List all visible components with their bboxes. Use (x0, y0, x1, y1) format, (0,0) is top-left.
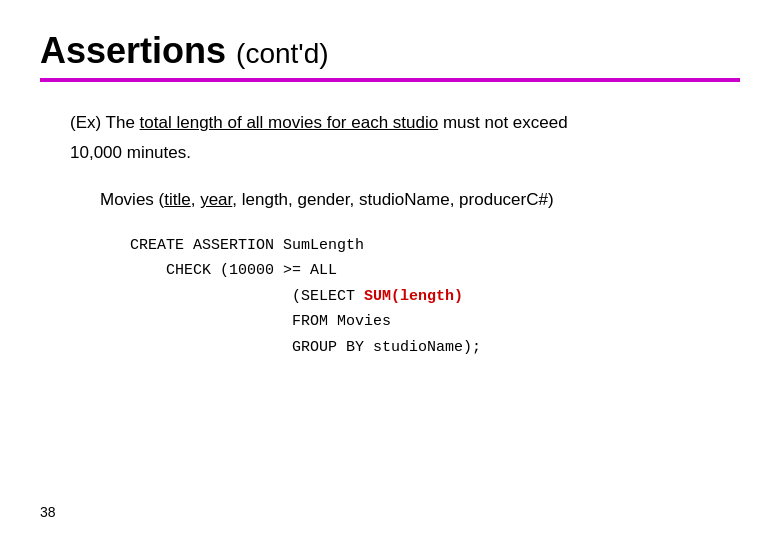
slide-header: Assertions (cont'd) (40, 30, 740, 72)
underlined-phrase: total length of all movies for each stud… (140, 113, 439, 132)
underlined-year: year (200, 190, 232, 209)
underlined-title: title (164, 190, 190, 209)
code-block: CREATE ASSERTION SumLength CHECK (10000 … (130, 233, 740, 361)
code-line-4: FROM Movies (130, 309, 740, 335)
title-sub: (cont'd) (236, 38, 329, 70)
title-main: Assertions (40, 30, 226, 72)
example-line1: (Ex) The total length of all movies for … (70, 110, 740, 136)
code-line-2: CHECK (10000 >= ALL (130, 258, 740, 284)
header-divider (40, 78, 740, 82)
movies-schema: Movies (title, year, length, gender, stu… (100, 187, 740, 213)
code-line-3: (SELECT SUM(length) (130, 284, 740, 310)
main-content: (Ex) The total length of all movies for … (40, 110, 740, 360)
keyword-sum: SUM(length) (364, 288, 463, 305)
code-line-5: GROUP BY studioName); (130, 335, 740, 361)
code-line-1: CREATE ASSERTION SumLength (130, 233, 740, 259)
page-number: 38 (40, 504, 56, 520)
example-line2: 10,000 minutes. (70, 140, 740, 166)
slide-container: Assertions (cont'd) (Ex) The total lengt… (0, 0, 780, 540)
